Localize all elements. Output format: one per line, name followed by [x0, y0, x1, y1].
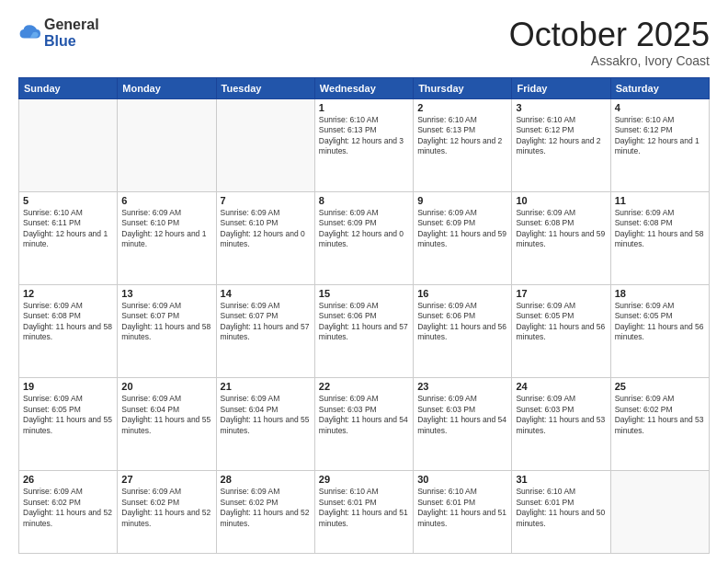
- day-cell-25: 25 Sunrise: 6:09 AM Sunset: 6:02 PM Dayl…: [610, 378, 709, 471]
- day-cell-7: 7 Sunrise: 6:09 AM Sunset: 6:10 PM Dayli…: [216, 191, 314, 284]
- day-number: 21: [221, 381, 311, 392]
- day-number: 8: [319, 195, 409, 206]
- logo: General Blue: [18, 17, 99, 49]
- day-info: Sunrise: 6:09 AM Sunset: 6:02 PM Dayligh…: [121, 487, 211, 529]
- header-tuesday: Tuesday: [216, 77, 314, 98]
- day-number: 20: [121, 381, 211, 392]
- day-number: 24: [516, 381, 606, 392]
- day-info: Sunrise: 6:09 AM Sunset: 6:08 PM Dayligh…: [615, 208, 705, 250]
- day-info: Sunrise: 6:10 AM Sunset: 6:01 PM Dayligh…: [319, 487, 409, 529]
- day-number: 5: [23, 195, 113, 206]
- day-cell-23: 23 Sunrise: 6:09 AM Sunset: 6:03 PM Dayl…: [414, 378, 512, 471]
- day-info: Sunrise: 6:09 AM Sunset: 6:02 PM Dayligh…: [615, 394, 705, 436]
- day-number: 14: [221, 288, 311, 299]
- day-cell-26: 26 Sunrise: 6:09 AM Sunset: 6:02 PM Dayl…: [19, 471, 118, 554]
- day-number: 2: [417, 102, 507, 113]
- day-number: 27: [121, 474, 211, 485]
- day-info: Sunrise: 6:10 AM Sunset: 6:12 PM Dayligh…: [615, 115, 705, 157]
- title-block: October 2025 Assakro, Ivory Coast: [509, 17, 710, 68]
- day-info: Sunrise: 6:09 AM Sunset: 6:06 PM Dayligh…: [417, 301, 507, 343]
- day-info: Sunrise: 6:09 AM Sunset: 6:05 PM Dayligh…: [516, 301, 606, 343]
- week-row-1: 1 Sunrise: 6:10 AM Sunset: 6:13 PM Dayli…: [19, 98, 710, 191]
- day-number: 29: [319, 474, 409, 485]
- day-info: Sunrise: 6:09 AM Sunset: 6:03 PM Dayligh…: [417, 394, 507, 436]
- day-number: 7: [221, 195, 311, 206]
- day-number: 1: [319, 102, 409, 113]
- day-cell-14: 14 Sunrise: 6:09 AM Sunset: 6:07 PM Dayl…: [216, 284, 314, 377]
- day-info: Sunrise: 6:09 AM Sunset: 6:07 PM Dayligh…: [221, 301, 311, 343]
- week-row-3: 12 Sunrise: 6:09 AM Sunset: 6:08 PM Dayl…: [19, 284, 710, 377]
- day-info: Sunrise: 6:10 AM Sunset: 6:13 PM Dayligh…: [319, 115, 409, 157]
- day-info: Sunrise: 6:09 AM Sunset: 6:03 PM Dayligh…: [516, 394, 606, 436]
- day-cell-9: 9 Sunrise: 6:09 AM Sunset: 6:09 PM Dayli…: [414, 191, 512, 284]
- empty-cell: [610, 471, 709, 554]
- day-info: Sunrise: 6:10 AM Sunset: 6:01 PM Dayligh…: [417, 487, 507, 529]
- day-info: Sunrise: 6:10 AM Sunset: 6:13 PM Dayligh…: [417, 115, 507, 157]
- day-info: Sunrise: 6:09 AM Sunset: 6:10 PM Dayligh…: [221, 208, 311, 250]
- day-cell-13: 13 Sunrise: 6:09 AM Sunset: 6:07 PM Dayl…: [118, 284, 216, 377]
- day-info: Sunrise: 6:10 AM Sunset: 6:11 PM Dayligh…: [23, 208, 113, 250]
- day-info: Sunrise: 6:09 AM Sunset: 6:04 PM Dayligh…: [221, 394, 311, 436]
- header: General Blue October 2025 Assakro, Ivory…: [18, 17, 710, 68]
- day-info: Sunrise: 6:09 AM Sunset: 6:02 PM Dayligh…: [23, 487, 113, 529]
- header-monday: Monday: [118, 77, 216, 98]
- day-cell-28: 28 Sunrise: 6:09 AM Sunset: 6:02 PM Dayl…: [216, 471, 314, 554]
- day-info: Sunrise: 6:09 AM Sunset: 6:09 PM Dayligh…: [417, 208, 507, 250]
- day-cell-16: 16 Sunrise: 6:09 AM Sunset: 6:06 PM Dayl…: [414, 284, 512, 377]
- header-thursday: Thursday: [414, 77, 512, 98]
- header-saturday: Saturday: [610, 77, 709, 98]
- day-number: 22: [319, 381, 409, 392]
- day-cell-10: 10 Sunrise: 6:09 AM Sunset: 6:08 PM Dayl…: [512, 191, 610, 284]
- day-cell-21: 21 Sunrise: 6:09 AM Sunset: 6:04 PM Dayl…: [216, 378, 314, 471]
- header-friday: Friday: [512, 77, 610, 98]
- empty-cell: [216, 98, 314, 191]
- day-info: Sunrise: 6:09 AM Sunset: 6:05 PM Dayligh…: [615, 301, 705, 343]
- day-number: 13: [121, 288, 211, 299]
- logo-blue: Blue: [44, 33, 76, 49]
- day-info: Sunrise: 6:10 AM Sunset: 6:12 PM Dayligh…: [516, 115, 606, 157]
- day-number: 4: [615, 102, 705, 113]
- page: General Blue October 2025 Assakro, Ivory…: [0, 0, 728, 563]
- day-number: 19: [23, 381, 113, 392]
- day-cell-5: 5 Sunrise: 6:10 AM Sunset: 6:11 PM Dayli…: [19, 191, 118, 284]
- day-cell-15: 15 Sunrise: 6:09 AM Sunset: 6:06 PM Dayl…: [314, 284, 413, 377]
- logo-icon: [18, 22, 40, 44]
- weekday-header-row: Sunday Monday Tuesday Wednesday Thursday…: [19, 77, 710, 98]
- day-cell-30: 30 Sunrise: 6:10 AM Sunset: 6:01 PM Dayl…: [414, 471, 512, 554]
- day-info: Sunrise: 6:10 AM Sunset: 6:01 PM Dayligh…: [516, 487, 606, 529]
- day-number: 15: [319, 288, 409, 299]
- day-info: Sunrise: 6:09 AM Sunset: 6:07 PM Dayligh…: [121, 301, 211, 343]
- day-number: 30: [417, 474, 507, 485]
- day-number: 26: [23, 474, 113, 485]
- day-info: Sunrise: 6:09 AM Sunset: 6:03 PM Dayligh…: [319, 394, 409, 436]
- day-number: 11: [615, 195, 705, 206]
- day-info: Sunrise: 6:09 AM Sunset: 6:04 PM Dayligh…: [121, 394, 211, 436]
- day-info: Sunrise: 6:09 AM Sunset: 6:10 PM Dayligh…: [121, 208, 211, 250]
- day-cell-12: 12 Sunrise: 6:09 AM Sunset: 6:08 PM Dayl…: [19, 284, 118, 377]
- week-row-4: 19 Sunrise: 6:09 AM Sunset: 6:05 PM Dayl…: [19, 378, 710, 471]
- day-info: Sunrise: 6:09 AM Sunset: 6:06 PM Dayligh…: [319, 301, 409, 343]
- day-cell-31: 31 Sunrise: 6:10 AM Sunset: 6:01 PM Dayl…: [512, 471, 610, 554]
- day-number: 18: [615, 288, 705, 299]
- logo-text: General Blue: [44, 17, 99, 49]
- day-number: 25: [615, 381, 705, 392]
- week-row-2: 5 Sunrise: 6:10 AM Sunset: 6:11 PM Dayli…: [19, 191, 710, 284]
- day-info: Sunrise: 6:09 AM Sunset: 6:09 PM Dayligh…: [319, 208, 409, 250]
- day-cell-3: 3 Sunrise: 6:10 AM Sunset: 6:12 PM Dayli…: [512, 98, 610, 191]
- day-number: 23: [417, 381, 507, 392]
- day-cell-11: 11 Sunrise: 6:09 AM Sunset: 6:08 PM Dayl…: [610, 191, 709, 284]
- day-info: Sunrise: 6:09 AM Sunset: 6:05 PM Dayligh…: [23, 394, 113, 436]
- day-cell-18: 18 Sunrise: 6:09 AM Sunset: 6:05 PM Dayl…: [610, 284, 709, 377]
- day-cell-19: 19 Sunrise: 6:09 AM Sunset: 6:05 PM Dayl…: [19, 378, 118, 471]
- day-cell-1: 1 Sunrise: 6:10 AM Sunset: 6:13 PM Dayli…: [314, 98, 413, 191]
- day-info: Sunrise: 6:09 AM Sunset: 6:02 PM Dayligh…: [221, 487, 311, 529]
- day-cell-17: 17 Sunrise: 6:09 AM Sunset: 6:05 PM Dayl…: [512, 284, 610, 377]
- day-cell-2: 2 Sunrise: 6:10 AM Sunset: 6:13 PM Dayli…: [414, 98, 512, 191]
- month-title: October 2025: [509, 17, 710, 53]
- location-subtitle: Assakro, Ivory Coast: [509, 53, 710, 68]
- empty-cell: [19, 98, 118, 191]
- week-row-5: 26 Sunrise: 6:09 AM Sunset: 6:02 PM Dayl…: [19, 471, 710, 554]
- day-cell-4: 4 Sunrise: 6:10 AM Sunset: 6:12 PM Dayli…: [610, 98, 709, 191]
- day-cell-29: 29 Sunrise: 6:10 AM Sunset: 6:01 PM Dayl…: [314, 471, 413, 554]
- day-number: 16: [417, 288, 507, 299]
